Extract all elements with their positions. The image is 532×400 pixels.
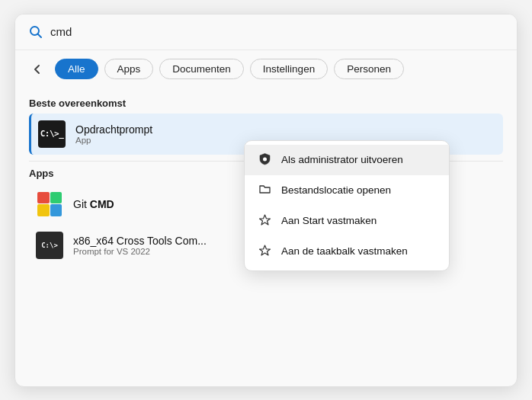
pin-taskbar-icon — [257, 244, 272, 259]
x86-sub: Prompt for VS 2022 — [73, 247, 207, 256]
cmd-icon: C:\>_ — [37, 120, 66, 149]
filter-personen[interactable]: Personen — [334, 59, 404, 79]
ctx-pin-start[interactable]: Aan Start vastmaken — [245, 206, 449, 236]
ctx-open-location-label: Bestandslocatie openen — [281, 184, 391, 196]
filter-instellingen[interactable]: Instellingen — [250, 59, 328, 79]
search-window: Alle Apps Documenten Instellingen Person… — [14, 14, 518, 387]
pin-start-icon — [257, 213, 272, 229]
folder-open-icon — [257, 183, 272, 198]
context-menu: Als administrator uitvoeren Bestandsloca… — [244, 140, 450, 271]
filter-apps[interactable]: Apps — [104, 59, 154, 79]
best-match-sub: App — [75, 136, 152, 145]
filter-bar: Alle Apps Documenten Instellingen Person… — [15, 50, 517, 88]
ctx-open-location[interactable]: Bestandslocatie openen — [245, 175, 449, 206]
x86-name: x86_x64 Cross Tools Com... — [73, 235, 207, 247]
ctx-run-admin[interactable]: Als administrator uitvoeren — [245, 145, 449, 175]
x86-icon: C:\> — [35, 231, 64, 260]
ctx-pin-start-label: Aan Start vastmaken — [281, 215, 377, 226]
x86-info: x86_x64 Cross Tools Com... Prompt for VS… — [73, 235, 207, 256]
back-button[interactable] — [26, 58, 49, 81]
svg-point-2 — [263, 157, 267, 161]
git-cmd-icon — [35, 190, 64, 219]
best-match-name: Opdrachtprompt — [75, 123, 152, 136]
svg-line-1 — [38, 34, 42, 37]
results-area: Beste overeenkomst C:\>_ Opdrachtprompt … — [15, 88, 517, 386]
best-match-title: Beste overeenkomst — [29, 98, 503, 109]
ctx-pin-taskbar-label: Aan de taakbalk vastmaken — [281, 245, 408, 257]
shield-icon — [257, 152, 272, 168]
search-input[interactable] — [50, 25, 503, 38]
git-cmd-info: Git CMD — [73, 198, 114, 210]
search-icon — [29, 25, 43, 39]
filter-alle[interactable]: Alle — [55, 59, 98, 79]
filter-documenten[interactable]: Documenten — [159, 59, 244, 79]
ctx-run-admin-label: Als administrator uitvoeren — [281, 154, 403, 165]
cmd-icon-label: C:\>_ — [40, 129, 64, 139]
best-match-info: Opdrachtprompt App — [75, 123, 152, 145]
search-bar — [15, 14, 517, 50]
ctx-pin-taskbar[interactable]: Aan de taakbalk vastmaken — [245, 236, 449, 267]
git-cmd-name: Git CMD — [73, 198, 114, 210]
